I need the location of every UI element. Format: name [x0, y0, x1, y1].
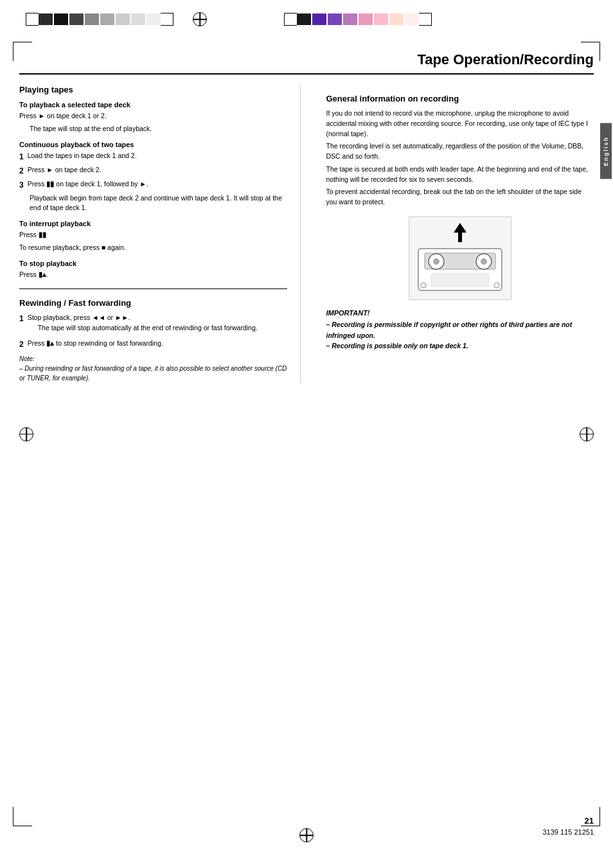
svg-point-9: [494, 283, 499, 288]
product-code: 3139 115 21251: [542, 828, 594, 836]
bottom-crosshair: [299, 828, 314, 842]
general-para-1: If you do not intend to record via the m…: [326, 109, 594, 139]
tape-svg: [412, 220, 508, 297]
continuous-step-2: 2 Press ► on tape deck 2.: [19, 165, 287, 177]
left-column: Playing tapes To playback a selected tap…: [19, 85, 301, 383]
tape-illustration: [409, 217, 511, 300]
svg-point-6: [481, 258, 487, 265]
color-bar-right: [297, 13, 419, 25]
language-tab: English: [600, 123, 612, 179]
continuous-playback-heading: Continuous playback of two tapes: [19, 141, 287, 148]
page-footer: 21 3139 115 21251: [542, 816, 594, 836]
top-left-crosshair: [193, 12, 207, 26]
page-number: 21: [542, 816, 594, 826]
svg-marker-0: [454, 223, 466, 242]
rewinding-heading: Rewinding / Fast forwarding: [19, 298, 287, 308]
stop-playback-line: Press ▮▴.: [19, 270, 287, 280]
playback-selected-line2: The tape will stop at the end of playbac…: [30, 124, 287, 134]
page-content: Tape Operation/Recording Playing tapes T…: [19, 51, 594, 817]
playback-selected-heading: To playback a selected tape deck: [19, 101, 287, 109]
section-divider: [19, 288, 287, 289]
interrupt-playback-heading: To interrupt playback: [19, 220, 287, 227]
page-title: Tape Operation/Recording: [19, 51, 594, 75]
continuous-step3-detail: Playback will begin from tape deck 2 and…: [30, 193, 287, 214]
rewind-step-1: 1 Stop playback, press ◄◄ or ►►. The tap…: [19, 313, 287, 336]
general-para-4: To prevent accidental recording, break o…: [326, 187, 594, 208]
continuous-step-1: 1 Load the tapes in tape deck 1 and 2.: [19, 151, 287, 163]
general-info-heading: General information on recording: [326, 94, 594, 103]
top-bar: [0, 0, 613, 39]
rewind-steps-list: 1 Stop playback, press ◄◄ or ►►. The tap…: [19, 313, 287, 350]
stop-playback-heading: To stop playback: [19, 260, 287, 267]
rewind-step-2: 2 Press ▮▴ to stop rewinding or fast for…: [19, 339, 287, 350]
general-para-2: The recording level is set automatically…: [326, 141, 594, 162]
columns-container: Playing tapes To playback a selected tap…: [19, 85, 594, 383]
interrupt-line1: Press ▮▮: [19, 230, 287, 240]
right-column: English General information on recording…: [320, 85, 594, 383]
rewind-note: Note: – During rewinding or fast forward…: [19, 354, 287, 383]
color-bar-left: [39, 13, 161, 25]
general-para-3: The tape is secured at both ends with le…: [326, 164, 594, 185]
svg-point-4: [433, 258, 440, 265]
continuous-playback-list: 1 Load the tapes in tape deck 1 and 2. 2…: [19, 151, 287, 191]
interrupt-line2: To resume playback, press ■ again.: [19, 243, 287, 253]
important-label: IMPORTANT!: [326, 309, 594, 317]
playing-tapes-heading: Playing tapes: [19, 85, 287, 94]
svg-point-8: [421, 283, 426, 288]
rewind-step1-detail: The tape will stop automatically at the …: [38, 323, 258, 333]
continuous-step-3: 3 Press ▮▮ on tape deck 1, followed by ►…: [19, 179, 287, 191]
svg-rect-7: [431, 274, 489, 287]
playback-selected-line1: Press ► on tape deck 1 or 2.: [19, 111, 287, 121]
important-line-2: – Recording is possible only on tape dec…: [326, 341, 594, 351]
important-line-1: – Recording is permissible if copyright …: [326, 319, 594, 341]
